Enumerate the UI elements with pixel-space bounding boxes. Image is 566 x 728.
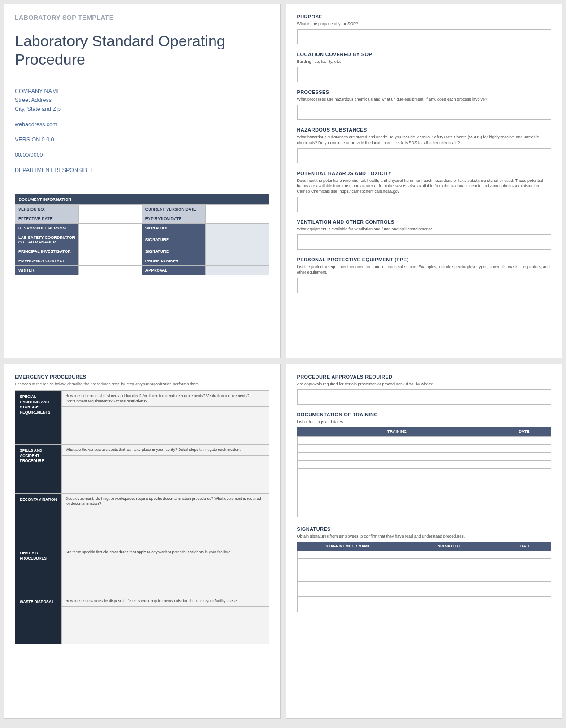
docinfo-label: EFFECTIVE DATE xyxy=(15,214,79,223)
training-date-cell[interactable] xyxy=(497,485,551,493)
sig-name-cell[interactable] xyxy=(297,582,399,589)
section-heading: PURPOSE xyxy=(297,14,552,19)
page-1: LABORATORY SOP TEMPLATE Laboratory Stand… xyxy=(4,4,281,358)
sig-date-cell[interactable] xyxy=(500,566,551,574)
page-4: PROCEDURE APPROVALS REQUIRED Are approva… xyxy=(286,364,563,719)
training-cell[interactable] xyxy=(297,453,497,461)
docinfo-value[interactable] xyxy=(79,256,142,265)
docinfo-value[interactable] xyxy=(79,223,142,233)
training-cell[interactable] xyxy=(297,437,497,445)
docinfo-value[interactable] xyxy=(206,204,269,214)
section-input[interactable] xyxy=(297,234,552,250)
signatures-heading: SIGNATURES xyxy=(297,526,552,532)
section-input[interactable] xyxy=(297,278,552,293)
training-cell[interactable] xyxy=(297,501,497,509)
version: VERSION 0.0.0 xyxy=(15,135,269,144)
docinfo-value[interactable] xyxy=(206,214,269,223)
docinfo-value[interactable] xyxy=(79,247,142,256)
section-input[interactable] xyxy=(297,67,552,82)
document-information-table: DOCUMENT INFORMATION VERSION NO.CURRENT … xyxy=(15,194,269,275)
training-cell[interactable] xyxy=(297,469,497,477)
approvals-input[interactable] xyxy=(297,389,552,405)
sig-date-cell[interactable] xyxy=(500,582,551,589)
emergency-heading: EMERGENCY PROCEDURES xyxy=(15,374,269,379)
docinfo-value[interactable] xyxy=(79,214,142,223)
emergency-procedures-table: SPECIAL HANDLING AND STORAGE REQUIREMENT… xyxy=(15,390,269,644)
docinfo-value[interactable] xyxy=(206,256,269,265)
sig-date-cell[interactable] xyxy=(500,597,551,604)
training-date-cell[interactable] xyxy=(497,453,551,461)
sig-signature-cell[interactable] xyxy=(399,589,500,597)
sig-name-cell[interactable] xyxy=(297,566,399,574)
docinfo-label: APPROVAL xyxy=(142,265,205,275)
training-cell[interactable] xyxy=(297,509,497,517)
sig-date-cell[interactable] xyxy=(500,551,551,559)
training-cell[interactable] xyxy=(297,477,497,485)
sig-name-cell[interactable] xyxy=(297,597,399,604)
training-date-cell[interactable] xyxy=(497,445,551,453)
sig-signature-cell[interactable] xyxy=(399,566,500,574)
emergency-row-input[interactable] xyxy=(61,455,269,493)
emergency-row-prompt: How must chemicals be stored and handled… xyxy=(61,391,269,407)
template-label: LABORATORY SOP TEMPLATE xyxy=(15,14,269,21)
training-desc: List of trainings and dates xyxy=(297,419,552,424)
training-cell[interactable] xyxy=(297,445,497,453)
emergency-row-input[interactable] xyxy=(61,509,269,547)
emergency-row-heading: FIRST AID PROCEDURES xyxy=(15,547,62,596)
section-input[interactable] xyxy=(297,148,552,163)
training-cell[interactable] xyxy=(297,461,497,469)
section-input[interactable] xyxy=(297,105,552,120)
sig-date-cell[interactable] xyxy=(500,574,551,582)
section-input[interactable] xyxy=(297,197,552,212)
training-cell[interactable] xyxy=(297,493,497,501)
docinfo-value[interactable] xyxy=(79,204,142,214)
sig-date-cell[interactable] xyxy=(500,589,551,597)
docinfo-value[interactable] xyxy=(206,265,269,275)
training-date-cell[interactable] xyxy=(497,509,551,517)
approvals-desc: Are approvals required for certain proce… xyxy=(297,381,552,387)
emergency-row-input[interactable] xyxy=(61,607,269,644)
sig-signature-cell[interactable] xyxy=(399,551,500,559)
sig-col-signature: SIGNATURE xyxy=(399,542,500,551)
sig-signature-cell[interactable] xyxy=(399,559,500,566)
signatures-table: STAFF MEMBER NAME SIGNATURE DATE xyxy=(297,542,552,612)
sig-date-cell[interactable] xyxy=(500,559,551,566)
sig-name-cell[interactable] xyxy=(297,551,399,559)
emergency-desc: For each of the topics below, describe t… xyxy=(15,381,269,387)
training-col-name: TRAINING xyxy=(297,427,497,437)
docinfo-value[interactable] xyxy=(206,233,269,247)
training-date-cell[interactable] xyxy=(497,493,551,501)
sig-name-cell[interactable] xyxy=(297,574,399,582)
docinfo-label: VERSION NO. xyxy=(15,204,79,214)
emergency-row-input[interactable] xyxy=(61,407,269,445)
sig-name-cell[interactable] xyxy=(297,559,399,566)
docinfo-heading: DOCUMENT INFORMATION xyxy=(15,194,269,205)
sig-signature-cell[interactable] xyxy=(399,597,500,604)
sig-signature-cell[interactable] xyxy=(399,582,500,589)
training-cell[interactable] xyxy=(297,485,497,493)
training-date-cell[interactable] xyxy=(497,469,551,477)
sig-name-cell[interactable] xyxy=(297,589,399,597)
emergency-row-input[interactable] xyxy=(61,558,269,596)
emergency-row-heading: SPECIAL HANDLING AND STORAGE REQUIREMENT… xyxy=(15,391,62,445)
section-heading: LOCATION COVERED BY SOP xyxy=(297,52,552,57)
training-date-cell[interactable] xyxy=(497,461,551,469)
docinfo-value[interactable] xyxy=(79,233,142,247)
training-date-cell[interactable] xyxy=(497,477,551,485)
sig-signature-cell[interactable] xyxy=(399,604,500,612)
docinfo-value[interactable] xyxy=(206,223,269,233)
emergency-row-heading: DECONTAMINATION xyxy=(15,493,62,547)
sig-name-cell[interactable] xyxy=(297,604,399,612)
page-3: EMERGENCY PROCEDURES For each of the top… xyxy=(4,364,281,719)
training-date-cell[interactable] xyxy=(497,437,551,445)
docinfo-label: SIGNATURE xyxy=(142,233,205,247)
docinfo-label: WRITER xyxy=(15,265,79,275)
sig-signature-cell[interactable] xyxy=(399,574,500,582)
docinfo-label: EMERGENCY CONTACT xyxy=(15,256,79,265)
section-input[interactable] xyxy=(297,29,552,44)
section-heading: PERSONAL PROTECTIVE EQUIPMENT (PPE) xyxy=(297,257,552,262)
sig-date-cell[interactable] xyxy=(500,604,551,612)
docinfo-value[interactable] xyxy=(79,265,142,275)
docinfo-value[interactable] xyxy=(206,247,269,256)
training-date-cell[interactable] xyxy=(497,501,551,509)
